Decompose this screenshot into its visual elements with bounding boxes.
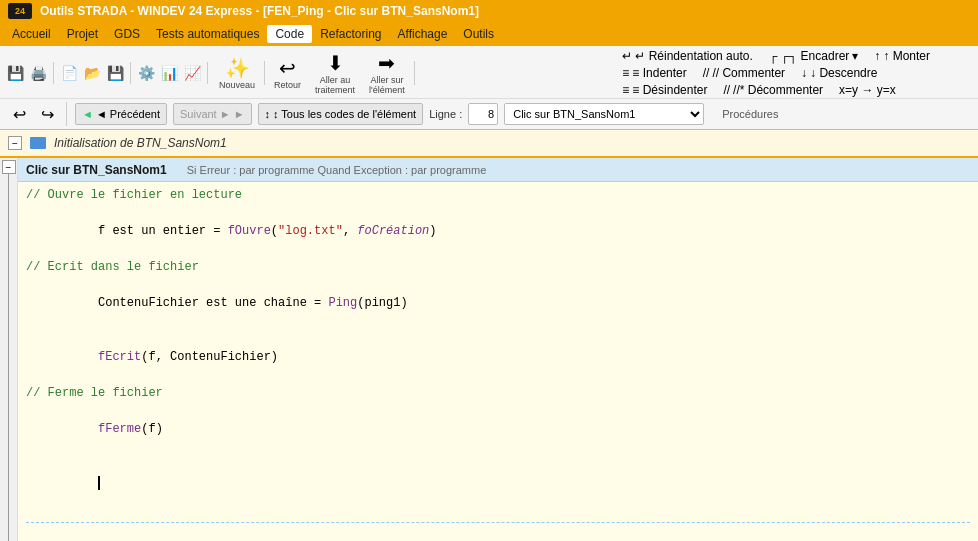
save-btn[interactable]: 💾 [4, 62, 26, 84]
suivant-icon: ► [234, 108, 245, 120]
monter-label: ↑ Monter [883, 49, 930, 63]
menu-affichage[interactable]: Affichage [390, 25, 456, 43]
ligne-input[interactable] [468, 103, 498, 125]
code-header: − Initialisation de BTN_SansNom1 [0, 130, 978, 158]
code-line-3: // Ecrit dans le fichier [26, 258, 970, 276]
descendre-btn[interactable]: ↓ ↓ Descendre [797, 65, 881, 81]
open-btn[interactable]: 📂 [81, 62, 103, 84]
title-text: Outils STRADA - WINDEV 24 Express - [FEN… [40, 4, 479, 18]
code-line-6: // Ferme le fichier [26, 384, 970, 402]
monter-btn[interactable]: ↑ ↑ Monter [870, 48, 934, 64]
decommenter-btn[interactable]: // //* Décommenter [719, 82, 827, 98]
toolbar-row2: ↩ ↪ ◄ ◄ Précédent Suivant ► ► ↕ ↕ Tous l… [0, 99, 978, 129]
decommenter-label: //* Décommenter [733, 83, 823, 97]
menu-projet[interactable]: Projet [59, 25, 106, 43]
menu-refactoring[interactable]: Refactoring [312, 25, 389, 43]
commenter-btn[interactable]: // // Commenter [699, 65, 789, 81]
ligne-label: Ligne : [429, 108, 462, 120]
menu-gds[interactable]: GDS [106, 25, 148, 43]
encadrer-label: ┌┐ Encadrer [780, 49, 849, 63]
suivant-btn[interactable]: Suivant ► ► [173, 103, 252, 125]
retour-icon: ↩ [279, 56, 296, 80]
code-line-5: fEcrit(f, ContenuFichier) [26, 330, 970, 384]
full-toolbar: 💾 🖨️ 📄 📂 💾 ⚙️ 📊 📈 ✨ Nouveau ↩ Retour ⬇ A… [0, 46, 978, 130]
decommenter-icon: // [723, 83, 730, 97]
menu-accueil[interactable]: Accueil [4, 25, 59, 43]
left-gutter: − [0, 158, 18, 541]
code-body: − Clic sur BTN_SansNom1 Si Erreur : par … [0, 158, 978, 541]
indenter-label: ≡ Indenter [632, 66, 686, 80]
redo-btn[interactable]: ↪ [36, 103, 58, 125]
empty-space [18, 531, 978, 541]
encadrer-btn[interactable]: ┌ ┌┐ Encadrer ▾ [765, 48, 863, 64]
nouveau-icon: ✨ [225, 56, 250, 80]
aller-element-button[interactable]: ➡ Aller surl'élément [362, 48, 412, 98]
cursor [98, 476, 100, 490]
event-header: Clic sur BTN_SansNom1 Si Erreur : par pr… [18, 158, 978, 182]
descendre-icon: ↓ [801, 66, 807, 80]
aller-traitement-button[interactable]: ⬇ Aller autraitement [308, 48, 362, 98]
commenter-label: // Commenter [712, 66, 785, 80]
print-btn[interactable]: 🖨️ [27, 62, 49, 84]
gear-btn[interactable]: ⚙️ [135, 62, 157, 84]
event-header-text: Clic sur BTN_SansNom1 [26, 163, 167, 177]
code-line-cursor [26, 456, 970, 510]
code-line-7: fFerme(f) [26, 402, 970, 456]
aller-traitement-label: Aller autraitement [315, 75, 355, 95]
chart-btn[interactable]: 📊 [158, 62, 180, 84]
title-bar: 24 Outils STRADA - WINDEV 24 Express - [… [0, 0, 978, 22]
logo: 24 [6, 2, 34, 20]
event-subheader-text: Si Erreur : par programme Quand Exceptio… [187, 164, 487, 176]
code-content[interactable]: Clic sur BTN_SansNom1 Si Erreur : par pr… [18, 158, 978, 541]
sep3 [66, 102, 67, 126]
menu-tests[interactable]: Tests automatiques [148, 25, 267, 43]
sep2 [414, 61, 415, 85]
xyyx-btn[interactable]: x=y → y=x [835, 82, 900, 98]
save2-btn[interactable]: 💾 [104, 62, 126, 84]
reindentation-label: ↵ Réindentation auto. [635, 49, 752, 63]
code-line-4: ContenuFichier est une chaîne = Ping(pin… [26, 276, 970, 330]
descendre-label: ↓ Descendre [810, 66, 877, 80]
encadrer-arrow: ▾ [852, 49, 858, 63]
menu-bar: Accueil Projet GDS Tests automatiques Co… [0, 22, 978, 46]
undo-btn[interactable]: ↩ [8, 103, 30, 125]
nouveau-label: Nouveau [219, 80, 255, 90]
indenter-icon: ≡ [622, 66, 629, 80]
desindenter-label: ≡ Désindenter [632, 83, 707, 97]
xyyx-label: x=y → y=x [839, 83, 896, 97]
logo-box: 24 [8, 3, 32, 19]
monter-icon: ↑ [874, 49, 880, 63]
reindentation-btn[interactable]: ↵ ↵ Réindentation auto. [618, 48, 756, 64]
precedent-btn[interactable]: ◄ ◄ Précédent [75, 103, 167, 125]
retour-button[interactable]: ↩ Retour [267, 53, 308, 93]
proc-icon [30, 137, 46, 149]
tous-codes-label: ↕ Tous les codes de l'élément [273, 108, 416, 120]
menu-code[interactable]: Code [267, 25, 312, 43]
tous-codes-btn[interactable]: ↕ ↕ Tous les codes de l'élément [258, 103, 424, 125]
indenter-btn[interactable]: ≡ ≡ Indenter [618, 65, 690, 81]
init-header-text: Initialisation de BTN_SansNom1 [54, 136, 227, 150]
aller-element-icon: ➡ [378, 51, 395, 75]
editor-area: − Initialisation de BTN_SansNom1 − Clic … [0, 130, 978, 541]
new-file-btn[interactable]: 📄 [58, 62, 80, 84]
tous-codes-icon: ↕ [265, 108, 271, 120]
encadrer-icon: ┌ [769, 49, 778, 63]
reindentation-icon: ↵ [622, 49, 632, 63]
desindenter-btn[interactable]: ≡ ≡ Désindenter [618, 82, 711, 98]
dashed-separator [26, 522, 970, 523]
code-lines: // Ouvre le fichier en lecture f est un … [18, 182, 978, 514]
sep1 [264, 61, 265, 85]
chart2-btn[interactable]: 📈 [181, 62, 203, 84]
menu-outils[interactable]: Outils [455, 25, 502, 43]
element-select[interactable]: Clic sur BTN_SansNom1 [504, 103, 704, 125]
code-line-1: // Ouvre le fichier en lecture [26, 186, 970, 204]
code-line-2: f est un entier = fOuvre("log.txt", foCr… [26, 204, 970, 258]
aller-element-label: Aller surl'élément [369, 75, 405, 95]
aller-traitement-icon: ⬇ [327, 51, 344, 75]
toolbar-row1: 💾 🖨️ 📄 📂 💾 ⚙️ 📊 📈 ✨ Nouveau ↩ Retour ⬇ A… [0, 46, 978, 99]
collapse-event-btn[interactable]: − [2, 160, 16, 174]
collapse-init-btn[interactable]: − [8, 136, 22, 150]
nouveau-button[interactable]: ✨ Nouveau [212, 53, 262, 93]
desindenter-icon: ≡ [622, 83, 629, 97]
precedent-icon: ◄ [82, 108, 93, 120]
